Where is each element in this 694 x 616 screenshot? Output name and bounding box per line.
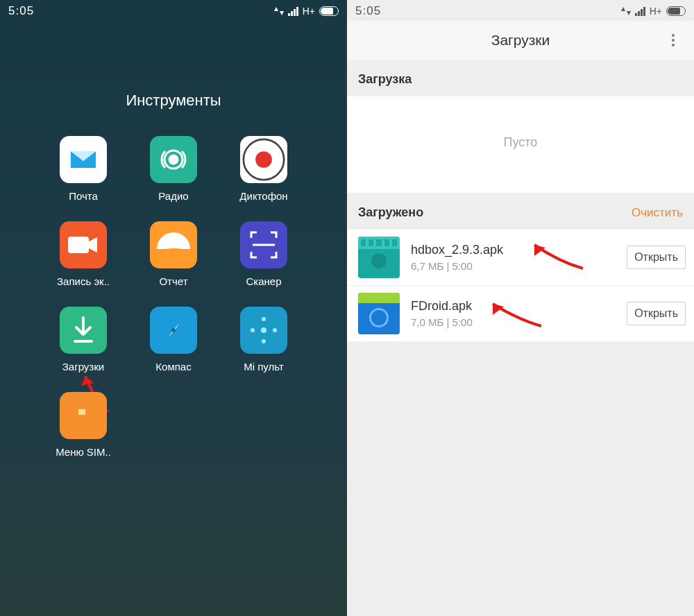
app-downloads[interactable]: Загрузки bbox=[38, 307, 128, 373]
svg-rect-20 bbox=[71, 415, 85, 427]
open-button[interactable]: Открыть bbox=[627, 246, 686, 269]
screen-downloads-app: 5:05 H+ Загрузки Загрузка Пусто Загружен… bbox=[347, 0, 694, 616]
section-title: Загрузка bbox=[358, 72, 412, 87]
svg-point-15 bbox=[273, 328, 277, 332]
apk-icon bbox=[358, 293, 400, 334]
file-meta: 6,7 МБ | 5:00 bbox=[411, 260, 616, 272]
sim-icon bbox=[60, 392, 107, 439]
open-button[interactable]: Открыть bbox=[627, 302, 686, 325]
svg-point-0 bbox=[169, 155, 178, 164]
app-report[interactable]: Отчет bbox=[128, 221, 219, 287]
app-sim-menu[interactable]: Меню SIM.. bbox=[38, 392, 128, 458]
app-label: Отчет bbox=[159, 275, 187, 287]
signal-icon bbox=[635, 6, 645, 16]
status-time: 5:05 bbox=[355, 4, 381, 18]
svg-point-12 bbox=[262, 317, 266, 321]
file-name: hdbox_2.9.3.apk bbox=[411, 243, 616, 257]
header-title: Загрузки bbox=[491, 32, 550, 49]
screen-recorder-icon bbox=[60, 221, 107, 268]
network-type: H+ bbox=[303, 6, 315, 17]
download-item[interactable]: hdbox_2.9.3.apk 6,7 МБ | 5:00 Открыть bbox=[347, 230, 694, 286]
app-label: Почта bbox=[69, 190, 98, 202]
folder-title: Инструменты bbox=[0, 92, 347, 110]
mi-remote-icon bbox=[240, 307, 287, 354]
svg-point-13 bbox=[262, 339, 266, 343]
apps-grid: Почта Радио Диктофон Запись эк.. Отчет bbox=[38, 136, 309, 458]
status-time: 5:05 bbox=[8, 4, 34, 18]
apk-icon bbox=[358, 237, 400, 278]
svg-rect-18 bbox=[78, 404, 85, 409]
data-transfer-icon bbox=[621, 6, 631, 16]
app-recorder[interactable]: Диктофон bbox=[219, 136, 309, 202]
compass-icon bbox=[150, 307, 197, 354]
svg-point-14 bbox=[251, 328, 255, 332]
svg-rect-21 bbox=[85, 415, 95, 427]
app-label: Меню SIM.. bbox=[56, 446, 111, 458]
svg-point-11 bbox=[261, 327, 266, 333]
network-type: H+ bbox=[650, 6, 662, 17]
section-downloaded: Загружено Очистить bbox=[347, 193, 694, 230]
mail-icon bbox=[60, 136, 107, 183]
recorder-icon bbox=[240, 136, 287, 183]
svg-rect-19 bbox=[85, 404, 95, 415]
app-label: Mi пульт bbox=[244, 361, 284, 373]
clear-button[interactable]: Очистить bbox=[632, 206, 683, 220]
svg-point-3 bbox=[255, 151, 272, 168]
scanner-icon bbox=[240, 221, 287, 268]
file-name: FDroid.apk bbox=[411, 299, 616, 314]
data-transfer-icon bbox=[274, 6, 284, 16]
app-radio[interactable]: Радио bbox=[128, 136, 219, 202]
app-label: Диктофон bbox=[239, 190, 287, 202]
svg-point-10 bbox=[171, 328, 176, 332]
app-screen-recorder[interactable]: Запись эк.. bbox=[38, 221, 128, 287]
section-downloading: Загрузка bbox=[347, 60, 694, 96]
downloads-icon bbox=[60, 307, 107, 354]
battery-icon bbox=[319, 6, 339, 16]
app-label: Загрузки bbox=[62, 361, 104, 373]
app-label: Компас bbox=[155, 361, 191, 373]
svg-rect-4 bbox=[68, 237, 89, 253]
app-label: Радио bbox=[158, 190, 188, 202]
status-bar: 5:05 H+ bbox=[0, 0, 347, 21]
radio-icon bbox=[150, 136, 197, 183]
section-title: Загружено bbox=[358, 205, 423, 220]
app-header: Загрузки bbox=[347, 21, 694, 60]
download-list: hdbox_2.9.3.apk 6,7 МБ | 5:00 Открыть FD… bbox=[347, 230, 694, 342]
download-item[interactable]: FDroid.apk 7,0 МБ | 5:00 Открыть bbox=[347, 286, 694, 342]
svg-point-6 bbox=[155, 248, 192, 261]
app-label: Запись эк.. bbox=[57, 275, 110, 287]
app-mi-remote[interactable]: Mi пульт bbox=[219, 307, 309, 373]
app-label: Сканер bbox=[246, 275, 281, 287]
report-icon bbox=[150, 221, 197, 268]
empty-state: Пусто bbox=[347, 96, 694, 193]
svg-rect-17 bbox=[71, 404, 78, 415]
app-scanner[interactable]: Сканер bbox=[219, 221, 309, 287]
overflow-menu-icon[interactable] bbox=[665, 27, 682, 53]
app-mail[interactable]: Почта bbox=[38, 136, 128, 202]
file-meta: 7,0 МБ | 5:00 bbox=[411, 316, 616, 328]
status-bar: 5:05 H+ bbox=[347, 0, 694, 21]
screen-tools-folder: 5:05 H+ Инструменты Почта Радио Диктофон bbox=[0, 0, 347, 616]
battery-icon bbox=[666, 6, 686, 16]
app-compass[interactable]: Компас bbox=[128, 307, 219, 373]
signal-icon bbox=[288, 6, 298, 16]
